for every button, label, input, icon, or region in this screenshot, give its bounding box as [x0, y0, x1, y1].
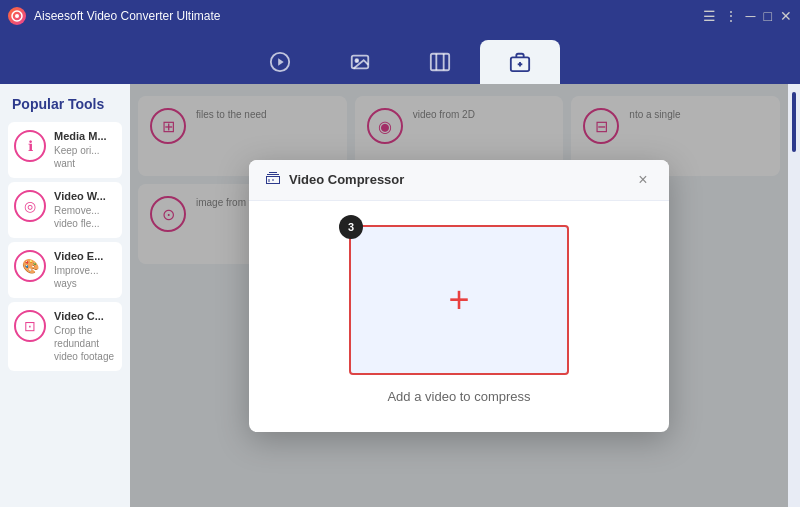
- title-bar: Aiseesoft Video Converter Ultimate ☰ ⋮ ─…: [0, 0, 800, 32]
- video-crop-title: Video C...: [54, 310, 116, 322]
- modal-body: 3 + Add a video to compress: [249, 201, 669, 432]
- media-metadata-title: Media M...: [54, 130, 116, 142]
- video-watermark-title: Video W...: [54, 190, 116, 202]
- svg-rect-6: [431, 54, 449, 71]
- sidebar: Popular Tools ℹ Media M... Keep ori... w…: [0, 84, 130, 507]
- drop-zone-plus-icon: +: [448, 282, 469, 318]
- drop-zone-hint: Add a video to compress: [387, 389, 530, 404]
- video-watermark-desc: Remove... video fle...: [54, 204, 116, 230]
- sidebar-item-watermark-text: Video W... Remove... video fle...: [54, 190, 116, 230]
- sidebar-item-video-crop[interactable]: ⊡ Video C... Crop the redundant video fo…: [8, 302, 122, 371]
- sidebar-item-media-text: Media M... Keep ori... want: [54, 130, 116, 170]
- window-controls: ☰ ⋮ ─ □ ✕: [703, 8, 792, 24]
- sidebar-item-enhancer-text: Video E... Improve... ways: [54, 250, 116, 290]
- scroll-thumb[interactable]: [792, 92, 796, 152]
- nav-convert[interactable]: [240, 40, 320, 84]
- video-drop-zone[interactable]: 3 +: [349, 225, 569, 375]
- video-compressor-modal: Video Compressor × 3 + Add a video to co…: [249, 160, 669, 432]
- modal-overlay: Video Compressor × 3 + Add a video to co…: [130, 84, 788, 507]
- main-content: Popular Tools ℹ Media M... Keep ori... w…: [0, 84, 800, 507]
- video-enhancer-title: Video E...: [54, 250, 116, 262]
- app-title: Aiseesoft Video Converter Ultimate: [34, 9, 703, 23]
- modal-header: Video Compressor ×: [249, 160, 669, 201]
- svg-point-1: [15, 14, 19, 18]
- video-watermark-icon: ◎: [14, 190, 46, 222]
- sidebar-title: Popular Tools: [8, 96, 122, 112]
- svg-point-5: [355, 59, 358, 62]
- nav-toolbox[interactable]: [480, 40, 560, 84]
- sidebar-item-media-metadata[interactable]: ℹ Media M... Keep ori... want: [8, 122, 122, 178]
- chat-icon[interactable]: ☰: [703, 8, 716, 24]
- menu-icon[interactable]: ⋮: [724, 8, 738, 24]
- center-area: ⊞ files to the need ◉ video from 2D ⊟ nt…: [130, 84, 788, 507]
- video-crop-icon: ⊡: [14, 310, 46, 342]
- sidebar-item-video-watermark[interactable]: ◎ Video W... Remove... video fle...: [8, 182, 122, 238]
- svg-marker-3: [278, 58, 284, 65]
- nav-photo[interactable]: [320, 40, 400, 84]
- modal-title-area: Video Compressor: [265, 170, 404, 190]
- video-enhancer-icon: 🎨: [14, 250, 46, 282]
- sidebar-item-crop-text: Video C... Crop the redundant video foot…: [54, 310, 116, 363]
- maximize-icon[interactable]: □: [764, 8, 772, 24]
- modal-title: Video Compressor: [289, 172, 404, 187]
- nav-bar: [0, 32, 800, 84]
- video-crop-desc: Crop the redundant video footage: [54, 324, 116, 363]
- media-metadata-icon: ℹ: [14, 130, 46, 162]
- sidebar-item-video-enhancer[interactable]: 🎨 Video E... Improve... ways: [8, 242, 122, 298]
- media-metadata-desc: Keep ori... want: [54, 144, 116, 170]
- close-icon[interactable]: ✕: [780, 8, 792, 24]
- nav-edit[interactable]: [400, 40, 480, 84]
- modal-close-button[interactable]: ×: [633, 170, 653, 190]
- drop-zone-badge: 3: [339, 215, 363, 239]
- video-enhancer-desc: Improve... ways: [54, 264, 116, 290]
- minimize-icon[interactable]: ─: [746, 8, 756, 24]
- compressor-settings-icon: [265, 170, 281, 190]
- app-logo: [8, 7, 26, 25]
- scrollbar[interactable]: [788, 84, 800, 507]
